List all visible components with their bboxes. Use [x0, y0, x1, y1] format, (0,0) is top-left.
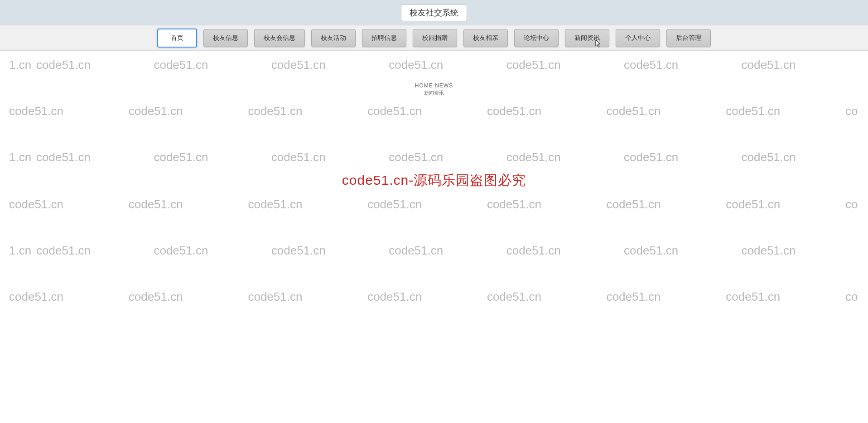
- watermark-text: code51.cn: [742, 150, 859, 164]
- nav-alumni-activity[interactable]: 校友活动: [311, 29, 356, 47]
- watermark-text: code51.cn: [742, 244, 859, 258]
- nav-news[interactable]: 新闻资讯: [565, 29, 609, 47]
- watermark-text: co: [845, 197, 859, 212]
- watermark-text: code51.cn: [271, 244, 389, 258]
- watermark-text: code51.cn: [726, 104, 845, 118]
- section-title-cn: 新闻资讯: [0, 90, 868, 96]
- watermark-text: code51.cn: [487, 290, 607, 304]
- watermark-text: code51.cn: [9, 290, 129, 304]
- watermark-text: code51.cn: [607, 104, 726, 118]
- watermark-text: code51.cn: [129, 104, 248, 118]
- watermark-text: code51.cn: [624, 244, 741, 258]
- watermark-text: code51.cn: [129, 290, 248, 304]
- watermark-text: code51.cn: [367, 290, 487, 304]
- nav-forum[interactable]: 论坛中心: [514, 29, 559, 47]
- watermark-text: co: [845, 104, 859, 118]
- watermark-text: code51.cn: [9, 197, 129, 212]
- watermark-text: code51.cn: [607, 290, 726, 304]
- watermark-text: code51.cn: [624, 150, 741, 164]
- watermark-text: 1.cn: [9, 244, 36, 258]
- content-area: HOME NEWS 新闻资讯: [0, 51, 868, 96]
- watermark-text: code51.cn: [506, 244, 624, 258]
- watermark-text: code51.cn: [248, 104, 367, 118]
- nav-recruitment[interactable]: 招聘信息: [362, 29, 406, 47]
- watermark-text: code51.cn: [389, 244, 506, 258]
- app-title: 校友社交系统: [401, 4, 467, 21]
- watermark-notice: code51.cn-源码乐园盗图必究: [0, 171, 868, 190]
- watermark-text: code51.cn: [129, 197, 248, 212]
- watermark-text: code51.cn: [487, 197, 607, 212]
- watermark-text: code51.cn: [367, 104, 487, 118]
- header-bar: 校友社交系统: [0, 0, 868, 25]
- watermark-text: code51.cn: [506, 150, 624, 164]
- nav-alumni-association[interactable]: 校友会信息: [254, 29, 305, 47]
- watermark-text: code51.cn: [487, 104, 607, 118]
- nav-home[interactable]: 首页: [157, 29, 197, 48]
- watermark-text: code51.cn: [271, 150, 389, 164]
- watermark-text: code51.cn: [248, 197, 367, 212]
- watermark-text: code51.cn: [36, 150, 154, 164]
- nav-matchmaking[interactable]: 校友相亲: [463, 29, 508, 47]
- watermark-text: code51.cn: [367, 197, 487, 212]
- watermark-text: 1.cn: [9, 150, 36, 164]
- nav-bar: 首页 校友信息 校友会信息 校友活动 招聘信息 校园捐赠 校友相亲 论坛中心 新…: [0, 25, 868, 51]
- watermark-text: code51.cn: [9, 104, 129, 118]
- section-title-en: HOME NEWS: [0, 82, 868, 89]
- watermark-text: code51.cn: [154, 244, 271, 258]
- watermark-text: code51.cn: [726, 290, 845, 304]
- watermark-text: code51.cn: [607, 197, 726, 212]
- nav-admin[interactable]: 后台管理: [666, 29, 711, 47]
- watermark-text: code51.cn: [154, 150, 271, 164]
- watermark-text: code51.cn: [389, 150, 506, 164]
- watermark-text: co: [845, 290, 859, 304]
- watermark-text: code51.cn: [248, 290, 367, 304]
- watermark-text: code51.cn: [726, 197, 845, 212]
- nav-alumni-info[interactable]: 校友信息: [203, 29, 248, 47]
- watermark-text: code51.cn: [36, 244, 154, 258]
- nav-donation[interactable]: 校园捐赠: [413, 29, 457, 47]
- nav-profile[interactable]: 个人中心: [616, 29, 660, 47]
